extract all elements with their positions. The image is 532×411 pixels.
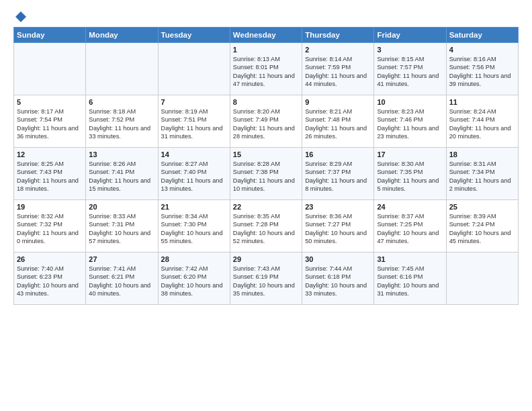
- calendar-cell: 19Sunrise: 8:32 AM Sunset: 7:32 PM Dayli…: [14, 200, 86, 253]
- weekday-header-row: SundayMondayTuesdayWednesdayThursdayFrid…: [14, 28, 519, 43]
- calendar-week-3: 12Sunrise: 8:25 AM Sunset: 7:43 PM Dayli…: [14, 148, 519, 200]
- calendar-cell: 17Sunrise: 8:30 AM Sunset: 7:35 PM Dayli…: [374, 148, 446, 200]
- day-number: 3: [377, 46, 443, 54]
- weekday-header-sunday: Sunday: [14, 28, 86, 43]
- calendar-cell: 14Sunrise: 8:27 AM Sunset: 7:40 PM Dayli…: [158, 148, 230, 200]
- calendar-cell: 27Sunrise: 7:41 AM Sunset: 6:21 PM Dayli…: [86, 253, 158, 305]
- day-info: Sunrise: 8:25 AM Sunset: 7:43 PM Dayligh…: [17, 160, 83, 193]
- day-number: 7: [161, 98, 227, 106]
- calendar-table: SundayMondayTuesdayWednesdayThursdayFrid…: [13, 27, 519, 305]
- day-number: 18: [449, 150, 515, 158]
- day-info: Sunrise: 8:30 AM Sunset: 7:35 PM Dayligh…: [377, 160, 443, 193]
- calendar-week-5: 26Sunrise: 7:40 AM Sunset: 6:23 PM Dayli…: [14, 253, 519, 305]
- day-number: 1: [233, 46, 299, 54]
- day-number: 27: [89, 255, 154, 263]
- day-number: 28: [161, 255, 227, 263]
- day-info: Sunrise: 8:28 AM Sunset: 7:38 PM Dayligh…: [233, 160, 299, 193]
- header: [13, 11, 519, 23]
- svg-marker-0: [15, 11, 26, 22]
- calendar-cell: 26Sunrise: 7:40 AM Sunset: 6:23 PM Dayli…: [14, 253, 86, 305]
- day-info: Sunrise: 8:34 AM Sunset: 7:30 PM Dayligh…: [161, 212, 227, 246]
- day-number: 31: [377, 255, 443, 263]
- weekday-header-tuesday: Tuesday: [158, 28, 230, 43]
- day-info: Sunrise: 8:33 AM Sunset: 7:31 PM Dayligh…: [89, 212, 154, 246]
- calendar-cell: 25Sunrise: 8:39 AM Sunset: 7:24 PM Dayli…: [446, 200, 518, 253]
- day-info: Sunrise: 8:18 AM Sunset: 7:52 PM Dayligh…: [89, 107, 154, 141]
- calendar-cell: 24Sunrise: 8:37 AM Sunset: 7:25 PM Dayli…: [374, 200, 446, 253]
- day-number: 13: [89, 150, 154, 158]
- day-info: Sunrise: 7:43 AM Sunset: 6:19 PM Dayligh…: [233, 265, 299, 298]
- calendar-cell: 18Sunrise: 8:31 AM Sunset: 7:34 PM Dayli…: [446, 148, 518, 200]
- day-number: 8: [233, 98, 299, 106]
- calendar-cell: 3Sunrise: 8:15 AM Sunset: 7:57 PM Daylig…: [374, 43, 446, 95]
- day-info: Sunrise: 8:20 AM Sunset: 7:49 PM Dayligh…: [233, 107, 299, 141]
- day-info: Sunrise: 8:15 AM Sunset: 7:57 PM Dayligh…: [377, 55, 443, 89]
- weekday-header-saturday: Saturday: [446, 28, 518, 43]
- day-number: 23: [305, 203, 371, 211]
- day-number: 12: [17, 150, 83, 158]
- calendar-cell: 10Sunrise: 8:23 AM Sunset: 7:46 PM Dayli…: [374, 95, 446, 148]
- calendar-cell: 23Sunrise: 8:36 AM Sunset: 7:27 PM Dayli…: [302, 200, 374, 253]
- calendar-cell: 22Sunrise: 8:35 AM Sunset: 7:28 PM Dayli…: [230, 200, 302, 253]
- day-info: Sunrise: 8:26 AM Sunset: 7:41 PM Dayligh…: [89, 160, 154, 193]
- page: SundayMondayTuesdayWednesdayThursdayFrid…: [0, 0, 532, 411]
- calendar-cell: 5Sunrise: 8:17 AM Sunset: 7:54 PM Daylig…: [14, 95, 86, 148]
- day-number: 2: [305, 46, 371, 54]
- calendar-cell: 15Sunrise: 8:28 AM Sunset: 7:38 PM Dayli…: [230, 148, 302, 200]
- day-info: Sunrise: 8:27 AM Sunset: 7:40 PM Dayligh…: [161, 160, 227, 193]
- day-info: Sunrise: 8:21 AM Sunset: 7:48 PM Dayligh…: [305, 107, 371, 141]
- calendar-cell: 30Sunrise: 7:44 AM Sunset: 6:18 PM Dayli…: [302, 253, 374, 305]
- calendar-cell: 20Sunrise: 8:33 AM Sunset: 7:31 PM Dayli…: [86, 200, 158, 253]
- day-number: 26: [17, 255, 83, 263]
- logo: [13, 11, 27, 23]
- day-info: Sunrise: 8:37 AM Sunset: 7:25 PM Dayligh…: [377, 212, 443, 246]
- calendar-week-4: 19Sunrise: 8:32 AM Sunset: 7:32 PM Dayli…: [14, 200, 519, 253]
- day-number: 16: [305, 150, 371, 158]
- day-number: 19: [17, 203, 83, 211]
- day-number: 30: [305, 255, 371, 263]
- calendar-cell: 1Sunrise: 8:13 AM Sunset: 8:01 PM Daylig…: [230, 43, 302, 95]
- day-number: 10: [377, 98, 443, 106]
- calendar-cell: 2Sunrise: 8:14 AM Sunset: 7:59 PM Daylig…: [302, 43, 374, 95]
- day-info: Sunrise: 8:14 AM Sunset: 7:59 PM Dayligh…: [305, 55, 371, 89]
- calendar-cell: 16Sunrise: 8:29 AM Sunset: 7:37 PM Dayli…: [302, 148, 374, 200]
- calendar-cell: 21Sunrise: 8:34 AM Sunset: 7:30 PM Dayli…: [158, 200, 230, 253]
- day-info: Sunrise: 8:23 AM Sunset: 7:46 PM Dayligh…: [377, 107, 443, 141]
- day-info: Sunrise: 8:16 AM Sunset: 7:56 PM Dayligh…: [449, 55, 515, 89]
- day-info: Sunrise: 8:29 AM Sunset: 7:37 PM Dayligh…: [305, 160, 371, 193]
- calendar-week-2: 5Sunrise: 8:17 AM Sunset: 7:54 PM Daylig…: [14, 95, 519, 148]
- calendar-cell: 9Sunrise: 8:21 AM Sunset: 7:48 PM Daylig…: [302, 95, 374, 148]
- day-info: Sunrise: 8:13 AM Sunset: 8:01 PM Dayligh…: [233, 55, 299, 89]
- day-info: Sunrise: 7:40 AM Sunset: 6:23 PM Dayligh…: [17, 265, 83, 298]
- day-number: 29: [233, 255, 299, 263]
- calendar-week-1: 1Sunrise: 8:13 AM Sunset: 8:01 PM Daylig…: [14, 43, 519, 95]
- day-info: Sunrise: 8:36 AM Sunset: 7:27 PM Dayligh…: [305, 212, 371, 246]
- calendar-cell: 31Sunrise: 7:45 AM Sunset: 6:16 PM Dayli…: [374, 253, 446, 305]
- calendar-cell: 13Sunrise: 8:26 AM Sunset: 7:41 PM Dayli…: [86, 148, 158, 200]
- day-info: Sunrise: 7:45 AM Sunset: 6:16 PM Dayligh…: [377, 265, 443, 298]
- day-number: 17: [377, 150, 443, 158]
- day-number: 5: [17, 98, 83, 106]
- day-info: Sunrise: 7:42 AM Sunset: 6:20 PM Dayligh…: [161, 265, 227, 298]
- weekday-header-monday: Monday: [86, 28, 158, 43]
- day-number: 14: [161, 150, 227, 158]
- day-number: 15: [233, 150, 299, 158]
- day-info: Sunrise: 8:19 AM Sunset: 7:51 PM Dayligh…: [161, 107, 227, 141]
- day-info: Sunrise: 8:35 AM Sunset: 7:28 PM Dayligh…: [233, 212, 299, 246]
- calendar-cell: [86, 43, 158, 95]
- weekday-header-thursday: Thursday: [302, 28, 374, 43]
- day-number: 21: [161, 203, 227, 211]
- day-info: Sunrise: 8:32 AM Sunset: 7:32 PM Dayligh…: [17, 212, 83, 246]
- day-info: Sunrise: 8:31 AM Sunset: 7:34 PM Dayligh…: [449, 160, 515, 193]
- calendar-cell: [14, 43, 86, 95]
- day-info: Sunrise: 7:41 AM Sunset: 6:21 PM Dayligh…: [89, 265, 154, 298]
- calendar-cell: 7Sunrise: 8:19 AM Sunset: 7:51 PM Daylig…: [158, 95, 230, 148]
- day-info: Sunrise: 8:24 AM Sunset: 7:44 PM Dayligh…: [449, 107, 515, 141]
- logo-icon: [15, 11, 27, 23]
- calendar-cell: 11Sunrise: 8:24 AM Sunset: 7:44 PM Dayli…: [446, 95, 518, 148]
- calendar-cell: 4Sunrise: 8:16 AM Sunset: 7:56 PM Daylig…: [446, 43, 518, 95]
- day-info: Sunrise: 8:17 AM Sunset: 7:54 PM Dayligh…: [17, 107, 83, 141]
- calendar-cell: 6Sunrise: 8:18 AM Sunset: 7:52 PM Daylig…: [86, 95, 158, 148]
- day-number: 9: [305, 98, 371, 106]
- day-number: 20: [89, 203, 154, 211]
